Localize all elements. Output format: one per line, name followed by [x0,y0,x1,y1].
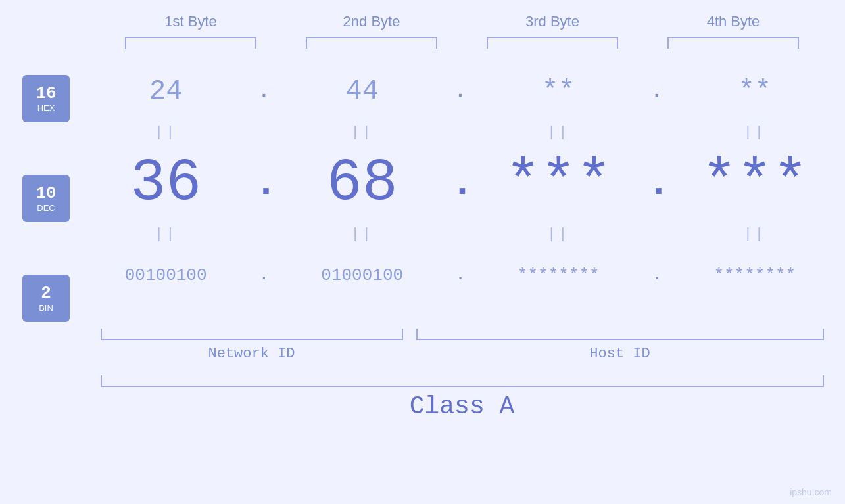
byte1-header: 1st Byte [118,13,263,30]
dec-b2: 68 [290,154,435,213]
hex-dot1: . [254,81,274,102]
dec-badge-num: 10 [36,184,56,203]
bin-b2: 01000100 [290,265,435,285]
class-row: Class A [101,375,824,421]
dec-b3: *** [486,154,631,213]
byte4-header: 4th Byte [661,13,806,30]
main-content: 16 HEX 10 DEC 2 BIN 24 . 44 . ** . ** [0,62,845,322]
hex-b3: ** [486,76,631,107]
top-brackets [101,37,824,49]
byte2-header: 2nd Byte [299,13,444,30]
hex-b1: 24 [93,76,238,107]
dec-dot2: . [450,164,470,203]
bracket-byte2 [306,37,437,49]
bracket-byte4 [667,37,799,49]
bin-badge: 2 BIN [22,275,70,322]
dec-dot3: . [647,164,667,203]
equals-row-1: || || || || [85,121,835,144]
eq1-b2: || [290,124,435,141]
eq2-b3: || [486,226,631,242]
eq2-b2: || [290,226,435,242]
eq2-b1: || [93,226,238,242]
eq1-b3: || [486,124,631,141]
bin-b1: 00100100 [93,265,238,285]
bin-b3: ******** [486,265,631,285]
bin-dot1: . [254,267,274,284]
dec-dot1: . [254,164,274,203]
bottom-labels: Network ID Host ID [101,346,824,362]
dec-badge-label: DEC [37,203,55,213]
bin-dot2: . [450,267,470,284]
equals-row-2: || || || || [85,223,835,246]
watermark: ipshu.com [790,487,832,497]
badges-column: 16 HEX 10 DEC 2 BIN [0,62,85,322]
dec-badge: 10 DEC [22,175,70,222]
hex-b4: ** [683,76,827,107]
bottom-section: Network ID Host ID [101,329,824,362]
bin-badge-label: BIN [39,303,53,313]
hex-b2: 44 [290,76,435,107]
hex-dot2: . [450,81,470,102]
bin-badge-num: 2 [41,284,51,303]
hex-badge: 16 HEX [22,75,70,122]
dec-b1: 36 [93,154,238,213]
hex-badge-num: 16 [36,84,56,103]
main-container: 1st Byte 2nd Byte 3rd Byte 4th Byte 16 H… [0,0,845,504]
dec-b4: *** [683,154,827,213]
host-id-label: Host ID [416,346,824,362]
network-bracket [101,329,403,340]
class-bracket [101,375,824,387]
hex-badge-label: HEX [37,103,55,113]
byte3-header: 3rd Byte [480,13,625,30]
class-label: Class A [101,392,824,421]
host-bracket [416,329,824,340]
hex-dot3: . [647,81,667,102]
dec-row: 36 . 68 . *** . *** [85,144,835,223]
network-id-label: Network ID [101,346,403,362]
bin-b4: ******** [683,265,827,285]
values-area: 24 . 44 . ** . ** || || || || 36 [85,62,845,305]
bracket-byte3 [487,37,618,49]
hex-row: 24 . 44 . ** . ** [85,62,835,121]
bottom-brackets [101,329,824,340]
eq2-b4: || [683,226,827,242]
eq1-b4: || [683,124,827,141]
bracket-byte1 [125,37,256,49]
bin-dot3: . [647,267,667,284]
byte-headers: 1st Byte 2nd Byte 3rd Byte 4th Byte [101,13,824,30]
bin-row: 00100100 . 01000100 . ******** . *******… [85,246,835,305]
eq1-b1: || [93,124,238,141]
